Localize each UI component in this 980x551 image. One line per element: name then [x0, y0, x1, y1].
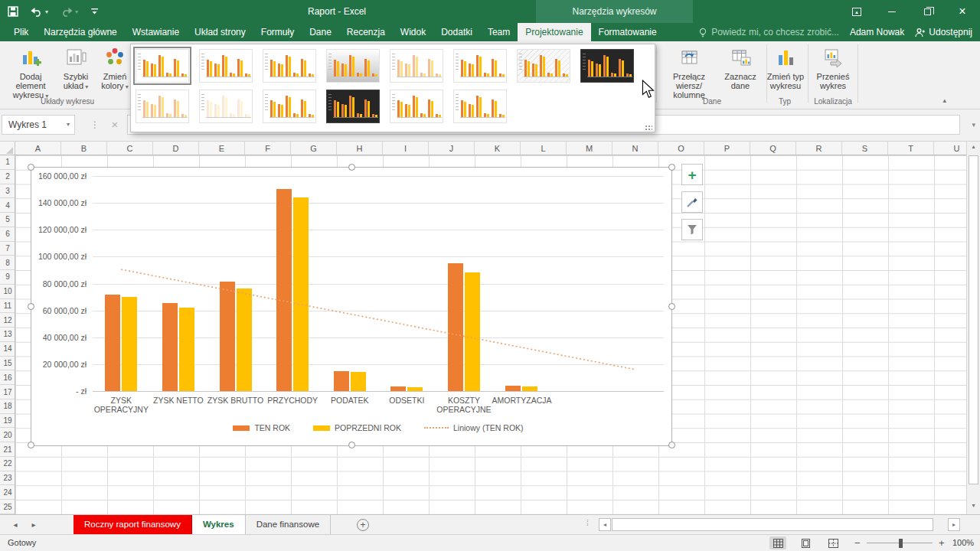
chart-style-thumbnail-4[interactable]: [326, 49, 380, 83]
legend-item-poprzedni-rok[interactable]: POPRZEDNI ROK: [313, 423, 401, 432]
bar-poprzedni-rok-przychody[interactable]: [293, 197, 309, 391]
tab-plik[interactable]: Plik: [6, 23, 36, 41]
y-axis-tick-label[interactable]: 160 000,00 zł: [31, 171, 87, 181]
x-axis-category-label[interactable]: ZYSK OPERACYJNY: [92, 396, 150, 414]
row-header-25[interactable]: 25: [0, 500, 15, 514]
column-header-K[interactable]: K: [475, 142, 521, 155]
save-button[interactable]: [8, 6, 18, 17]
bar-ten-rok-podatek[interactable]: [334, 371, 349, 391]
page-layout-view-button[interactable]: [797, 536, 814, 549]
zmie-typ-wykresu-button[interactable]: Zmień typ wykresu: [764, 44, 807, 90]
sheet-tab-wykres[interactable]: Wykres: [192, 515, 246, 534]
row-header-12[interactable]: 12: [0, 313, 15, 328]
gallery-resize-grip[interactable]: [645, 125, 652, 130]
tab-projektowanie[interactable]: Projektowanie: [518, 23, 590, 41]
chart-selection-handle[interactable]: [28, 442, 34, 448]
bar-ten-rok-odsetki[interactable]: [390, 386, 406, 391]
prze-cz-wiersz-kolumn-button[interactable]: Przełącz wiersz/ kolumnę: [660, 44, 718, 99]
row-header-2[interactable]: 2: [0, 170, 15, 184]
chart-object[interactable]: 160 000,00 zł140 000,00 zł120 000,00 zł1…: [31, 167, 672, 446]
select-all-corner[interactable]: [0, 142, 15, 155]
column-header-J[interactable]: J: [429, 142, 475, 155]
x-axis-category-label[interactable]: ODSETKI: [377, 396, 436, 405]
bar-ten-rok-koszty-operacyjne[interactable]: [448, 263, 463, 391]
chart-selection-handle[interactable]: [668, 442, 675, 448]
y-axis-tick-label[interactable]: 20 000,00 zł: [31, 360, 87, 369]
scrollbar-drag-handle[interactable]: ⁞: [586, 519, 588, 527]
chart-styles-button[interactable]: [681, 191, 703, 213]
chart-style-thumbnail-8[interactable]: [580, 49, 634, 83]
chart-style-thumbnail-10[interactable]: [199, 90, 253, 123]
cancel-button[interactable]: ×: [106, 115, 124, 135]
y-axis-tick-label[interactable]: 60 000,00 zł: [31, 306, 87, 315]
column-header-L[interactable]: L: [521, 142, 567, 155]
column-header-S[interactable]: S: [842, 142, 888, 155]
normal-view-button[interactable]: [769, 536, 786, 549]
bar-ten-rok-amortyzacja[interactable]: [505, 386, 521, 391]
scroll-right-icon[interactable]: ▸: [948, 518, 960, 531]
row-header-11[interactable]: 11: [0, 299, 15, 314]
page-break-view-button[interactable]: [825, 536, 841, 549]
vertical-scroll-thumb[interactable]: [969, 155, 978, 484]
chart-style-thumbnail-13[interactable]: [390, 90, 443, 123]
customize-qat-button[interactable]: [90, 7, 99, 16]
chart-style-thumbnail-11[interactable]: [263, 90, 316, 123]
column-header-I[interactable]: I: [383, 142, 429, 155]
chart-legend[interactable]: TEN ROKPOPRZEDNI ROKLiniowy (TEN ROK): [93, 423, 664, 432]
chart-selection-handle[interactable]: [348, 164, 355, 171]
row-header-5[interactable]: 5: [0, 213, 15, 227]
tab-dodatki[interactable]: Dodatki: [433, 23, 480, 41]
chart-style-thumbnail-7[interactable]: [517, 49, 570, 83]
bar-poprzedni-rok-amortyzacja[interactable]: [522, 386, 537, 391]
close-button[interactable]: ×: [945, 0, 980, 23]
row-headers[interactable]: 1234567891011121314151617181920212223242…: [0, 155, 15, 514]
row-header-14[interactable]: 14: [0, 342, 15, 357]
row-header-6[interactable]: 6: [0, 227, 15, 242]
column-header-T[interactable]: T: [888, 142, 934, 155]
chart-selection-handle[interactable]: [668, 303, 675, 310]
bar-poprzedni-rok-zysk-netto[interactable]: [179, 308, 194, 391]
bar-ten-rok-przychody[interactable]: [276, 189, 292, 391]
y-axis-tick-label[interactable]: 140 000,00 zł: [31, 198, 87, 207]
column-header-R[interactable]: R: [796, 142, 842, 155]
tab-narz-dzia-g-wne[interactable]: Narzędzia główne: [36, 23, 124, 41]
row-header-8[interactable]: 8: [0, 256, 15, 270]
scroll-down-icon[interactable]: ▾: [967, 502, 980, 513]
restore-button[interactable]: [910, 0, 945, 23]
chart-style-thumbnail-6[interactable]: [453, 49, 507, 83]
zaznacz-dane-button[interactable]: Zaznacz dane: [717, 44, 764, 90]
column-header-P[interactable]: P: [704, 142, 750, 155]
x-axis-category-label[interactable]: ZYSK NETTO: [149, 396, 207, 405]
row-header-1[interactable]: 1: [0, 155, 15, 170]
column-headers[interactable]: ABCDEFGHIJKLMNOPQRSTU: [0, 142, 966, 155]
szybki-uk-ad-button[interactable]: Szybki układ ▾: [58, 44, 93, 92]
horizontal-scroll-thumb[interactable]: [612, 518, 933, 531]
formula-bar-expand-icon[interactable]: ▾: [972, 115, 975, 135]
chart-style-thumbnail-14[interactable]: [453, 90, 507, 123]
zoom-slider-thumb[interactable]: [899, 539, 903, 548]
zoom-in-button[interactable]: +: [939, 535, 945, 551]
column-header-N[interactable]: N: [612, 142, 658, 155]
name-box[interactable]: Wykres 1 ▾: [2, 115, 75, 135]
undo-dropdown-icon[interactable]: ▾: [45, 8, 48, 15]
bar-poprzedni-rok-podatek[interactable]: [351, 372, 366, 391]
column-header-D[interactable]: D: [153, 142, 199, 155]
chart-style-thumbnail-5[interactable]: [390, 49, 443, 83]
sheet-nav-right-icon[interactable]: ▸: [24, 515, 43, 534]
tab-team[interactable]: Team: [480, 23, 518, 41]
chart-selection-handle[interactable]: [348, 442, 355, 448]
bar-ten-rok-zysk-netto[interactable]: [162, 303, 178, 391]
bar-ten-rok-zysk-brutto[interactable]: [220, 282, 235, 391]
tab-widok[interactable]: Widok: [393, 23, 433, 41]
tab-formu-y[interactable]: Formuły: [253, 23, 302, 41]
chart-selection-handle[interactable]: [668, 164, 675, 171]
zmie-kolory-button[interactable]: Zmień kolory ▾: [96, 44, 133, 92]
row-header-13[interactable]: 13: [0, 328, 15, 342]
row-header-21[interactable]: 21: [0, 442, 15, 457]
column-header-B[interactable]: B: [61, 142, 107, 155]
horizontal-scrollbar[interactable]: ◂ ▸: [599, 518, 960, 531]
column-header-H[interactable]: H: [337, 142, 383, 155]
column-header-Q[interactable]: Q: [750, 142, 796, 155]
add-sheet-button[interactable]: +: [357, 519, 369, 531]
row-header-23[interactable]: 23: [0, 471, 15, 486]
